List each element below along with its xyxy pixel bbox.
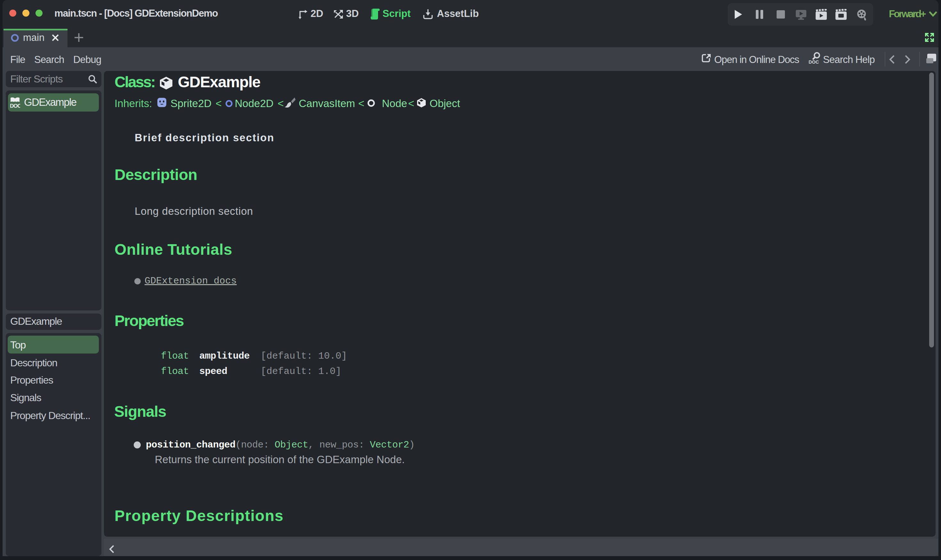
svg-text:DOC: DOC [808,60,819,64]
svg-text:DOC: DOC [10,103,20,108]
